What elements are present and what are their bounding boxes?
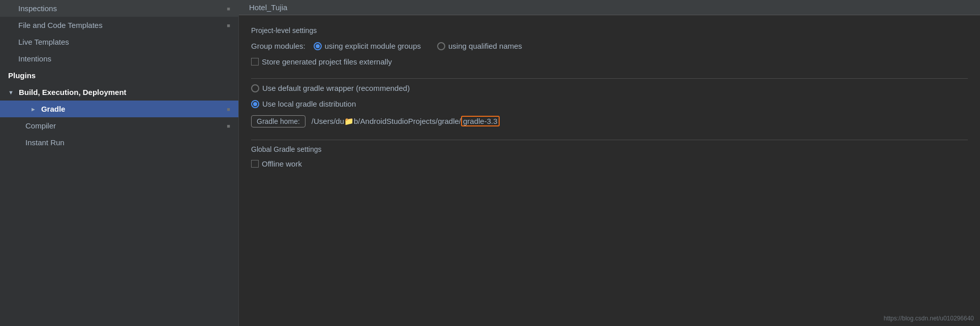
gradle-version[interactable]: gradle-3.3 xyxy=(461,116,500,126)
divider-2 xyxy=(251,140,968,140)
main-content: Hotel_Tujia Project-level settings Group… xyxy=(239,0,980,326)
radio-qualified-label: using qualified names xyxy=(448,42,522,50)
gradle-expand-arrow-icon: ► xyxy=(30,106,36,112)
radio-default-gradle-option[interactable]: Use default gradle wrapper (recommended) xyxy=(251,84,410,92)
intentions-label: Intentions xyxy=(18,54,51,63)
radio-qualified-option[interactable]: using qualified names xyxy=(437,42,522,50)
radio-default-gradle-label: Use default gradle wrapper (recommended) xyxy=(262,84,410,92)
checkbox-store-option[interactable]: Store generated project files externally xyxy=(251,57,392,66)
sidebar-item-file-code-templates[interactable]: File and Code Templates ■ xyxy=(0,17,238,34)
save-icon-gradle: ■ xyxy=(227,106,230,112)
radio-local-gradle-label: Use local gradle distribution xyxy=(262,100,356,108)
default-gradle-row: Use default gradle wrapper (recommended) xyxy=(251,84,968,92)
checkbox-offline-box xyxy=(251,160,259,168)
radio-explicit-option[interactable]: using explicit module groups xyxy=(314,42,421,50)
radio-local-gradle-circle xyxy=(251,100,259,108)
project-title-bar: Hotel_Tujia xyxy=(239,0,980,15)
sidebar-item-plugins[interactable]: Plugins xyxy=(0,67,238,84)
inspections-label: Inspections xyxy=(18,4,57,13)
content-area: Project-level settings Group modules: us… xyxy=(239,15,980,326)
plugins-label: Plugins xyxy=(8,71,36,80)
radio-qualified-circle xyxy=(437,42,445,50)
gradle-label: Gradle xyxy=(41,105,66,113)
watermark: https://blog.csdn.net/u010296640 xyxy=(884,315,974,322)
save-icon-compiler: ■ xyxy=(227,123,230,129)
global-gradle-label: Global Gradle settings xyxy=(251,145,968,153)
expand-arrow-icon: ▼ xyxy=(8,89,14,95)
save-icon-file-code: ■ xyxy=(227,22,230,28)
compiler-label: Compiler xyxy=(25,121,56,130)
radio-explicit-circle xyxy=(314,42,322,50)
sidebar-item-gradle[interactable]: ► Gradle ■ xyxy=(0,101,238,117)
gradle-path-middle: b/AndroidStudioProjects/gradle/ xyxy=(354,117,461,125)
sidebar-item-intentions[interactable]: Intentions xyxy=(0,50,238,67)
gradle-home-row: Gradle home: /Users/du📁b/AndroidStudioPr… xyxy=(251,115,968,127)
sidebar-item-live-templates[interactable]: Live Templates xyxy=(0,34,238,50)
checkbox-store-label: Store generated project files externally xyxy=(262,57,392,66)
build-execution-label: Build, Execution, Deployment xyxy=(19,88,127,96)
project-name: Hotel_Tujia xyxy=(249,3,287,12)
project-level-settings-label: Project-level settings xyxy=(251,26,968,35)
sidebar-item-build-execution[interactable]: ▼ Build, Execution, Deployment xyxy=(0,84,238,101)
file-code-templates-label: File and Code Templates xyxy=(18,21,103,29)
store-generated-row: Store generated project files externally xyxy=(251,57,968,66)
group-modules-row: Group modules: using explicit module gro… xyxy=(251,42,968,50)
checkbox-offline-option[interactable]: Offline work xyxy=(251,159,302,168)
radio-default-gradle-circle xyxy=(251,84,259,92)
sidebar-item-compiler[interactable]: Compiler ■ xyxy=(0,117,238,134)
gradle-path-prefix: /Users/du xyxy=(312,117,344,125)
divider-1 xyxy=(251,78,968,79)
sidebar-item-inspections[interactable]: Inspections ■ xyxy=(0,0,238,17)
offline-work-row: Offline work xyxy=(251,159,968,168)
gradle-home-label: Gradle home: xyxy=(251,115,305,127)
sidebar-item-instant-run[interactable]: Instant Run xyxy=(0,134,238,151)
offline-work-label: Offline work xyxy=(262,159,302,168)
radio-local-gradle-option[interactable]: Use local gradle distribution xyxy=(251,100,356,108)
radio-explicit-label: using explicit module groups xyxy=(325,42,421,50)
save-icon-inspections: ■ xyxy=(227,6,230,12)
local-gradle-row: Use local gradle distribution xyxy=(251,100,968,108)
group-modules-label: Group modules: xyxy=(251,42,305,50)
gradle-home-path: /Users/du📁b/AndroidStudioProjects/gradle… xyxy=(312,117,500,126)
checkbox-store-box xyxy=(251,58,259,66)
sidebar: Inspections ■ File and Code Templates ■ … xyxy=(0,0,239,326)
instant-run-label: Instant Run xyxy=(25,138,65,147)
live-templates-label: Live Templates xyxy=(18,38,69,46)
